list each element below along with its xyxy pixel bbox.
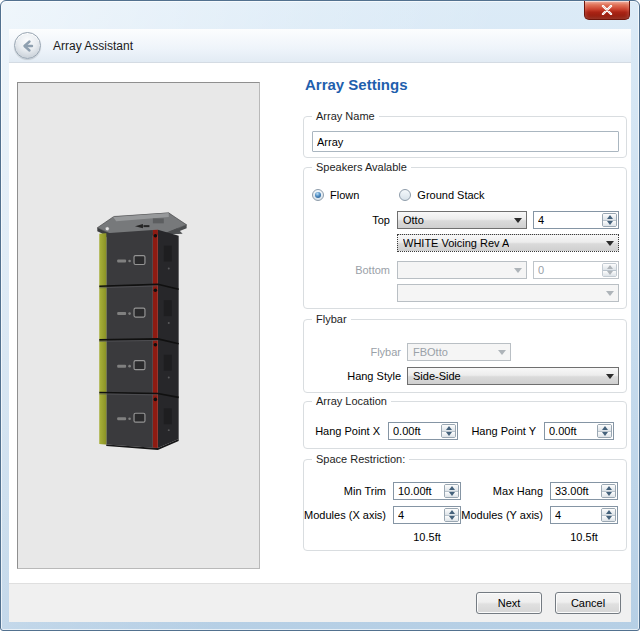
chevron-down-icon — [602, 241, 618, 246]
hang-point-x-input[interactable] — [389, 423, 440, 439]
spinner-down-icon[interactable] — [602, 515, 615, 522]
trim-hang-row: Min Trim Max Hang — [304, 482, 626, 500]
spinner-down-icon[interactable] — [445, 515, 458, 522]
bottom-voicing-row — [304, 284, 626, 302]
next-button[interactable]: Next — [476, 592, 542, 614]
hang-point-y-label: Hang Point Y — [458, 425, 536, 437]
hang-point-x-label: Hang Point X — [304, 425, 380, 437]
array-3d-preview[interactable] — [17, 82, 260, 569]
top-label: Top — [304, 214, 390, 226]
modules-x-input[interactable] — [394, 507, 443, 523]
group-label-array-name: Array Name — [312, 110, 379, 123]
modules-x-spinner[interactable] — [393, 506, 461, 524]
array-name-input[interactable] — [312, 131, 619, 152]
bottom-label: Bottom — [304, 264, 390, 276]
group-label-array-location: Array Location — [312, 395, 391, 408]
bottom-count-input — [534, 262, 601, 278]
max-hang-spinner[interactable] — [550, 482, 618, 500]
min-trim-spinner[interactable] — [393, 482, 461, 500]
y-extent-value: 10.5ft — [550, 531, 618, 543]
max-hang-input[interactable] — [551, 483, 600, 499]
bottom-count-spinner — [533, 261, 619, 279]
flybar-label: Flybar — [304, 346, 401, 358]
group-space-restriction: Space Restriction: Min Trim Max Hang — [303, 459, 627, 551]
modules-y-input[interactable] — [551, 507, 600, 523]
chevron-down-icon — [602, 291, 618, 296]
footer-bar: Next Cancel — [9, 583, 631, 622]
hang-style-combo[interactable]: Side-Side — [407, 367, 619, 385]
window-title: Array Assistant — [53, 39, 133, 53]
x-extent-value: 10.5ft — [393, 531, 461, 543]
extent-row: 10.5ft 10.5ft — [304, 530, 626, 544]
settings-form: Array Settings Array Name Speakers Avala… — [303, 63, 627, 93]
hang-point-y-input[interactable] — [545, 423, 596, 439]
group-speakers-available: Speakers Avalable Flown Ground Stack Top… — [303, 167, 627, 309]
chevron-down-icon — [494, 350, 510, 355]
close-icon — [601, 5, 613, 15]
flown-radio[interactable] — [312, 189, 324, 201]
page-title: Array Settings — [305, 76, 627, 93]
bottom-speaker-row: Bottom — [304, 261, 626, 279]
hang-point-row: Hang Point X Hang Point Y — [304, 422, 626, 440]
spinner-down-icon[interactable] — [445, 491, 458, 498]
ground-stack-radio[interactable] — [399, 189, 411, 201]
flybar-combo: FBOtto — [407, 343, 511, 361]
hang-point-y-spinner[interactable] — [544, 422, 614, 440]
cancel-button[interactable]: Cancel — [555, 592, 621, 614]
spinner-down-icon[interactable] — [598, 431, 611, 438]
group-label-flybar: Flybar — [312, 313, 351, 326]
top-voicing-combo[interactable]: WHITE Voicing Rev A — [397, 234, 619, 252]
spinner-down-icon[interactable] — [603, 220, 616, 227]
flown-radio-label: Flown — [330, 189, 359, 201]
group-label-space-restriction: Space Restriction: — [312, 453, 409, 466]
back-arrow-icon — [20, 38, 36, 54]
modules-y-spinner[interactable] — [550, 506, 618, 524]
modules-y-label: Modules (Y axis) — [461, 509, 543, 521]
group-array-location: Array Location Hang Point X Hang Point Y — [303, 401, 627, 449]
modules-x-label: Modules (X axis) — [304, 509, 386, 521]
spinner-down-icon — [603, 270, 616, 277]
min-trim-input[interactable] — [394, 483, 443, 499]
top-speaker-row: Top Otto — [304, 211, 626, 229]
header-band: Array Assistant — [9, 29, 631, 63]
hang-style-row: Hang Style Side-Side — [304, 367, 626, 385]
spinner-down-icon[interactable] — [602, 491, 615, 498]
min-trim-label: Min Trim — [304, 485, 386, 497]
top-voicing-row: WHITE Voicing Rev A — [304, 234, 626, 252]
bottom-model-combo — [397, 261, 527, 279]
back-button[interactable] — [14, 32, 41, 59]
speaker-stack-render — [18, 83, 259, 568]
client-area: Array Settings Array Name Speakers Avala… — [9, 63, 631, 622]
chevron-down-icon — [602, 374, 618, 379]
modules-row: Modules (X axis) Modules (Y axis) — [304, 506, 626, 524]
array-assistant-window: Array Assistant — [0, 0, 640, 631]
mount-type-radios: Flown Ground Stack — [304, 186, 626, 204]
top-model-combo[interactable]: Otto — [397, 211, 527, 229]
hang-point-x-spinner[interactable] — [388, 422, 458, 440]
bottom-voicing-combo — [397, 284, 619, 302]
top-count-input[interactable] — [534, 212, 601, 228]
hang-style-label: Hang Style — [304, 370, 401, 382]
ground-stack-radio-label: Ground Stack — [417, 189, 484, 201]
group-flybar: Flybar Flybar FBOtto Hang Style Side-Sid… — [303, 319, 627, 393]
top-count-spinner[interactable] — [533, 211, 619, 229]
group-array-name: Array Name — [303, 116, 627, 158]
flybar-row: Flybar FBOtto — [304, 343, 626, 361]
dialog-content: Array Settings Array Name Speakers Avala… — [9, 63, 631, 583]
close-button[interactable] — [584, 1, 630, 20]
spinner-down-icon[interactable] — [442, 431, 455, 438]
chevron-down-icon — [510, 218, 526, 223]
max-hang-label: Max Hang — [461, 485, 543, 497]
group-label-speakers: Speakers Avalable — [312, 161, 411, 174]
chevron-down-icon — [510, 268, 526, 273]
